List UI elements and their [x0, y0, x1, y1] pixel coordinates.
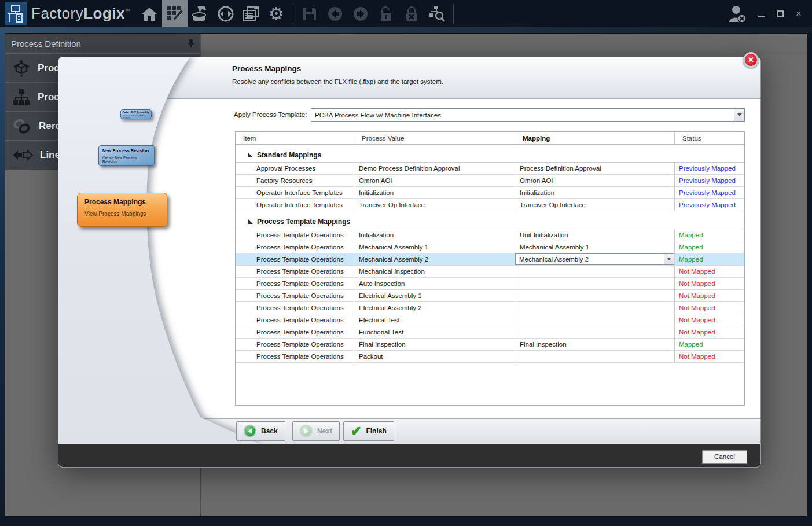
cell-item: Process Template Operations: [236, 266, 354, 277]
dialog-footer: [58, 418, 760, 444]
cell-mapping[interactable]: Omron AOI: [515, 175, 675, 186]
template-label: Apply Process Template:: [234, 111, 307, 118]
nav-back-icon[interactable]: [322, 0, 348, 27]
pin-icon[interactable]: [188, 39, 194, 48]
cell-mapping[interactable]: Initialization: [515, 187, 675, 198]
column-header-item[interactable]: Item: [236, 132, 354, 144]
table-row[interactable]: Process Template OperationsElectrical As…: [236, 302, 744, 314]
table-row[interactable]: Process Template OperationsMechanical As…: [236, 253, 744, 266]
process-template-dropdown[interactable]: PCBA Process Flow w/ Machine Interfaces: [311, 108, 745, 122]
mapping-combobox[interactable]: Mechanical Assembly 2: [515, 253, 674, 265]
table-row[interactable]: Operator Interface TemplatesTranciver Op…: [236, 199, 744, 211]
cell-item: Process Template Operations: [236, 302, 354, 314]
cell-mapping[interactable]: [515, 351, 675, 362]
home-icon[interactable]: [137, 0, 162, 27]
cell-item: Process Template Operations: [236, 290, 354, 301]
toolbar-accent-strip: [0, 27, 812, 33]
cell-mapping[interactable]: [515, 314, 675, 326]
step-subtitle: View Process Mappings: [84, 211, 160, 217]
cell-mapping[interactable]: Mechanical Assembly 2: [515, 253, 675, 265]
cell-process-value: Mechanical Inspection: [354, 266, 515, 277]
application-window: FactoryLogix™: [0, 0, 812, 526]
window-frame-right: [807, 33, 812, 517]
cell-mapping[interactable]: [515, 278, 675, 289]
table-row[interactable]: Factory ResourcesOmron AOIOmron AOIPrevi…: [236, 175, 744, 187]
cell-status: Mapped: [675, 229, 744, 241]
user-logout-icon[interactable]: [725, 0, 751, 27]
combobox-dropdown-button[interactable]: [664, 254, 674, 264]
cancel-button[interactable]: Cancel: [702, 450, 747, 464]
dropdown-value: PCBA Process Flow w/ Machine Interfaces: [311, 112, 734, 119]
wizard-step-process-mappings-active[interactable]: Process Mappings View Process Mappings: [77, 193, 167, 227]
table-row[interactable]: Process Template OperationsElectrical As…: [236, 290, 744, 302]
save-icon[interactable]: [297, 0, 322, 27]
process-mappings-dialog: Process Mappings Resolve any conflicts b…: [58, 57, 761, 468]
lock-remove-icon[interactable]: [399, 0, 424, 27]
cell-status: Previously Mapped: [675, 199, 744, 211]
material-import-icon[interactable]: [188, 0, 213, 27]
cell-mapping[interactable]: [515, 326, 675, 338]
cell-status: Not Mapped: [675, 302, 744, 314]
table-row[interactable]: Process Template OperationsFunctional Te…: [236, 326, 744, 339]
dialog-bottom-bar: [58, 444, 760, 468]
column-header-status[interactable]: Status: [675, 132, 744, 144]
group-name: Process Template Mappings: [257, 218, 350, 226]
cell-process-value: Auto Inspection: [354, 278, 515, 289]
cell-mapping[interactable]: Mechanical Assembly 1: [515, 241, 675, 253]
cell-mapping[interactable]: Tranciver Op Interface: [515, 199, 675, 211]
maximize-button[interactable]: [776, 10, 784, 18]
cell-status: Not Mapped: [675, 351, 744, 362]
nav-forward-icon[interactable]: [348, 0, 373, 27]
window-controls: ×: [758, 10, 803, 18]
table-row[interactable]: Process Template OperationsAuto Inspecti…: [236, 278, 744, 290]
step-title: Select FLX Assembly: [123, 111, 149, 114]
unlock-icon[interactable]: [373, 0, 399, 27]
dialog-close-button[interactable]: ✕: [743, 52, 759, 68]
wizard-step-new-revision[interactable]: New Process Revision Create New Process …: [98, 145, 155, 166]
group-header-row[interactable]: Standard Mappings: [236, 148, 744, 163]
back-arrow-icon: [244, 425, 256, 437]
back-button[interactable]: Back: [236, 421, 285, 441]
cell-status: Not Mapped: [675, 326, 744, 338]
collapse-triangle-icon[interactable]: [248, 219, 253, 224]
table-row[interactable]: Approval ProcessesDemo Process Definitio…: [236, 163, 744, 175]
cell-mapping[interactable]: [515, 302, 675, 314]
minimize-button[interactable]: [758, 10, 766, 18]
table-row[interactable]: Operator Interface TemplatesInitializati…: [236, 187, 744, 199]
collapse-triangle-icon[interactable]: [248, 153, 253, 157]
chevron-down-icon: [667, 258, 671, 260]
group-header-row[interactable]: Process Template Mappings: [236, 215, 744, 229]
dialog-header: Process Mappings Resolve any conflicts b…: [58, 57, 760, 99]
dropdown-button[interactable]: [734, 109, 744, 121]
next-button[interactable]: Next: [292, 421, 340, 441]
sync-icon[interactable]: [213, 0, 238, 27]
cell-item: Process Template Operations: [236, 229, 354, 241]
line-process-icon: [12, 147, 33, 163]
cell-mapping[interactable]: Final Inspection: [515, 339, 675, 350]
table-row[interactable]: Process Template OperationsFinal Inspect…: [236, 339, 744, 351]
process-design-icon[interactable]: [162, 0, 188, 27]
settings-gear-icon[interactable]: ⚙: [264, 0, 289, 27]
cell-mapping[interactable]: [515, 266, 675, 277]
process-search-icon[interactable]: [424, 0, 450, 27]
cell-mapping[interactable]: Process Definition Approval: [515, 163, 675, 174]
cell-mapping[interactable]: Unit Initialization: [515, 229, 675, 241]
documents-icon[interactable]: [238, 0, 264, 27]
table-row[interactable]: Process Template OperationsPackoutNot Ma…: [236, 351, 744, 363]
table-row[interactable]: Process Template OperationsMechanical In…: [236, 266, 744, 278]
mapping-table-body: Standard MappingsApproval ProcessesDemo …: [236, 148, 744, 363]
content-top-divider: [201, 53, 807, 53]
table-row[interactable]: Process Template OperationsInitializatio…: [236, 229, 744, 241]
table-row[interactable]: Process Template OperationsMechanical As…: [236, 241, 744, 253]
wizard-step-select-flx[interactable]: Select FLX Assembly Select a FLX file | …: [120, 109, 152, 119]
cell-status: Not Mapped: [675, 314, 744, 326]
cell-status: Previously Mapped: [675, 187, 744, 198]
app-title: FactoryLogix™: [31, 5, 131, 23]
cell-mapping[interactable]: [515, 290, 675, 301]
window-close-button[interactable]: ×: [795, 10, 803, 18]
column-header-mapping[interactable]: Mapping: [515, 132, 675, 144]
table-row[interactable]: Process Template OperationsElectrical Te…: [236, 314, 744, 326]
mapping-table: Item Process Value Mapping Status Standa…: [235, 131, 745, 406]
column-header-value[interactable]: Process Value: [354, 132, 515, 144]
finish-button[interactable]: ✔ Finish: [343, 421, 394, 441]
